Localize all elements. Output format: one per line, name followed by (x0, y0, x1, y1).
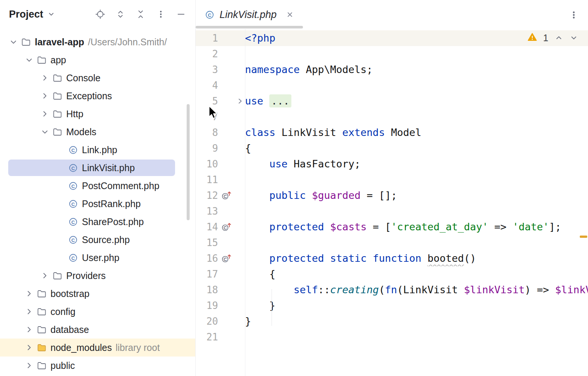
tree-item-folder-exceptions[interactable]: Exceptions (0, 87, 195, 105)
line-number: 18 (196, 284, 218, 295)
code-token: 'date' (512, 221, 549, 233)
editor-options-kebab-icon[interactable] (569, 10, 579, 20)
chevron-right-icon[interactable] (40, 73, 50, 83)
tree-item-folder-laravel-app[interactable]: laravel-app/Users/John.Smith/ (0, 33, 195, 51)
code-text[interactable]: public $guarded = []; (245, 188, 588, 203)
code-line-11[interactable]: 11 (196, 172, 588, 188)
code-text[interactable]: { (245, 266, 588, 282)
code-token: class (245, 127, 275, 138)
tree-item-folder-app[interactable]: app (0, 51, 195, 69)
tree-item-folder-config[interactable]: config (0, 303, 195, 321)
next-problem-icon[interactable] (569, 33, 578, 42)
previous-problem-icon[interactable] (554, 33, 563, 42)
svg-text:C: C (71, 255, 75, 261)
tree-item-folder-node-modules[interactable]: node_moduleslibrary root (0, 339, 195, 357)
editor-tab-linkvisit[interactable]: C LinkVisit.php (202, 9, 297, 21)
code-text[interactable]: use HasFactory; (245, 156, 588, 172)
tree-item-file-user-php[interactable]: CUser.php (0, 249, 195, 267)
code-text[interactable]: self::creating(fn(LinkVisit $linkVisit) … (245, 282, 588, 298)
ide-window: Project laravel-app/Users/John.Smith/app… (0, 0, 588, 376)
editor-tab-bar: C LinkVisit.php (196, 0, 588, 29)
code-line-7[interactable]: 7 (196, 109, 588, 125)
collapse-all-icon[interactable] (135, 9, 146, 19)
override-gutter-icon[interactable]: C (218, 190, 235, 201)
chevron-right-icon[interactable] (40, 109, 50, 119)
tree-item-label: Http (66, 109, 83, 119)
code-line-9[interactable]: 9{ (196, 140, 588, 156)
override-gutter-icon[interactable]: C (218, 222, 235, 232)
tab-scroll-indicator[interactable] (196, 26, 303, 28)
chevron-down-icon[interactable] (47, 10, 55, 18)
locate-icon[interactable] (95, 9, 105, 19)
more-icon[interactable] (156, 9, 166, 19)
code-line-3[interactable]: 3namespace App\Models; (196, 62, 588, 78)
chevron-spacer (55, 181, 66, 191)
code-line-12[interactable]: 12C public $guarded = []; (196, 188, 588, 203)
tree-item-file-postrank-php[interactable]: CPostRank.php (0, 195, 195, 213)
code-line-10[interactable]: 10 use HasFactory; (196, 156, 588, 172)
chevron-down-icon[interactable] (8, 37, 19, 47)
editor-gutter: 17 (196, 269, 245, 280)
tree-item-file-source-php[interactable]: CSource.php (0, 231, 195, 249)
code-line-14[interactable]: 14C protected $casts = ['created_at_day'… (196, 219, 588, 235)
code-line-18[interactable]: 18 self::creating(fn(LinkVisit $linkVisi… (196, 282, 588, 298)
code-lines: 1<?php23namespace App\Models;45use ...78… (196, 29, 588, 345)
chevron-right-icon[interactable] (24, 288, 34, 299)
code-token: ) => (525, 284, 555, 295)
code-line-19[interactable]: 19 } (196, 298, 588, 313)
code-text[interactable]: } (245, 313, 588, 329)
code-line-5[interactable]: 5use ... (196, 93, 588, 109)
close-tab-icon[interactable] (285, 10, 294, 19)
tree-item-folder-database[interactable]: database (0, 321, 195, 339)
fold-region-icon[interactable] (235, 97, 245, 105)
chevron-down-icon[interactable] (24, 55, 34, 65)
override-gutter-icon[interactable]: C (218, 253, 235, 264)
code-line-2[interactable]: 2 (196, 46, 588, 62)
chevron-right-icon[interactable] (40, 270, 50, 281)
folded-region[interactable]: ... (269, 94, 291, 107)
tree-item-file-sharepost-php[interactable]: CSharePost.php (0, 213, 195, 231)
code-line-8[interactable]: 8class LinkVisit extends Model (196, 125, 588, 140)
code-line-15[interactable]: 15 (196, 235, 588, 251)
code-text[interactable]: namespace App\Models; (245, 62, 588, 78)
chevron-right-icon[interactable] (24, 306, 34, 317)
chevron-down-icon[interactable] (40, 127, 50, 137)
expand-all-icon[interactable] (115, 9, 126, 19)
tree-item-folder-models[interactable]: Models (0, 123, 195, 141)
error-stripe-warning-mark[interactable] (580, 236, 587, 238)
chevron-right-icon[interactable] (24, 324, 34, 335)
tree-item-file-linkvisit-php[interactable]: CLinkVisit.php (0, 159, 195, 177)
code-line-20[interactable]: 20} (196, 313, 588, 329)
code-text[interactable]: protected $casts = ['created_at_day' => … (245, 219, 588, 235)
tree-item-folder-http[interactable]: Http (0, 105, 195, 123)
tree-scrollbar[interactable] (187, 104, 190, 220)
tree-item-folder-providers[interactable]: Providers (0, 267, 195, 285)
chevron-spacer (55, 252, 66, 263)
tree-item-file-link-php[interactable]: CLink.php (0, 141, 195, 159)
code-line-4[interactable]: 4 (196, 78, 588, 93)
code-editor[interactable]: 1<?php23namespace App\Models;45use ...78… (196, 29, 588, 376)
php-class-icon: C (205, 10, 215, 20)
code-line-13[interactable]: 13 (196, 203, 588, 219)
chevron-right-icon[interactable] (24, 360, 34, 371)
code-line-17[interactable]: 17 { (196, 266, 588, 282)
project-panel-title[interactable]: Project (9, 9, 43, 20)
code-token: { (245, 268, 275, 280)
code-text[interactable]: class LinkVisit extends Model (245, 125, 588, 140)
code-line-16[interactable]: 16C protected static function booted() (196, 251, 588, 266)
tree-item-folder-bootstrap[interactable]: bootstrap (0, 285, 195, 303)
code-text[interactable]: } (245, 298, 588, 313)
tree-item-label: node_modules (50, 342, 112, 353)
tree-item-folder-console[interactable]: Console (0, 69, 195, 87)
chevron-right-icon[interactable] (40, 91, 50, 101)
tree-item-folder-public[interactable]: public (0, 357, 195, 375)
chevron-right-icon[interactable] (24, 342, 34, 353)
hide-icon[interactable] (176, 9, 186, 19)
code-line-21[interactable]: 21 (196, 329, 588, 345)
tree-item-file-postcomment-php[interactable]: CPostComment.php (0, 177, 195, 195)
code-text[interactable]: protected static function booted() (245, 251, 588, 266)
code-text[interactable]: { (245, 140, 588, 156)
code-text[interactable]: use ... (245, 93, 588, 109)
warning-icon[interactable] (527, 32, 537, 43)
php-class-icon: C (68, 163, 78, 173)
